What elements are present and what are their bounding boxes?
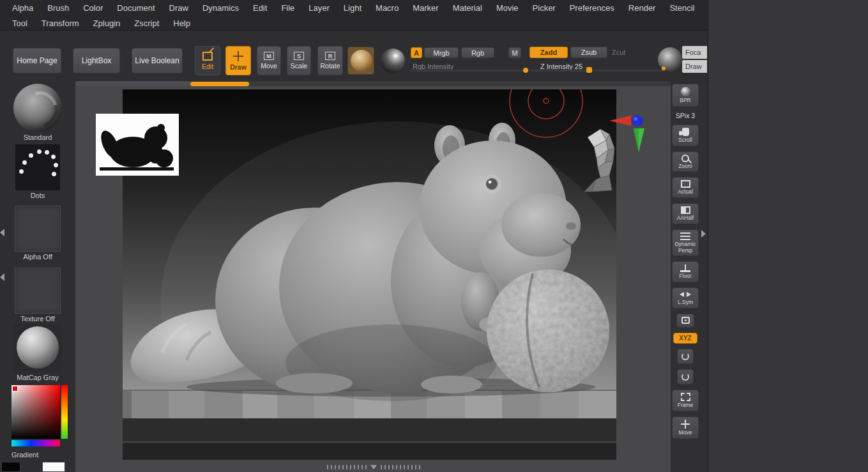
aahalf-button[interactable]: AAHalf xyxy=(672,203,699,224)
draw-size-slider-clipped[interactable]: Draw xyxy=(682,60,707,73)
move-nav-button[interactable]: Move xyxy=(672,416,699,439)
channel-a-button[interactable]: A xyxy=(411,47,422,58)
menu-item[interactable]: Document xyxy=(110,3,162,13)
toolbar-button-label: Move xyxy=(673,430,698,436)
rotate-button[interactable]: R Rotate xyxy=(317,46,343,75)
hue-strip-vertical[interactable] xyxy=(61,385,68,439)
menu-item[interactable]: Material xyxy=(446,3,489,13)
rgb-intensity-slider[interactable] xyxy=(409,70,528,72)
standard-brush-thumb[interactable] xyxy=(13,84,62,132)
m-button[interactable]: M xyxy=(508,47,521,58)
palette-item[interactable]: Dots xyxy=(0,144,75,199)
lightbox-button[interactable]: LightBox xyxy=(73,48,120,73)
texture-off-thumb[interactable] xyxy=(15,268,61,314)
alpha-off-thumb[interactable] xyxy=(15,206,61,252)
menu-item[interactable]: Layer xyxy=(301,3,337,13)
palette-item[interactable]: Alpha Off xyxy=(0,206,75,261)
menu-item[interactable]: Macro xyxy=(369,3,406,13)
scale-button[interactable]: S Scale xyxy=(287,46,311,75)
menu-item[interactable]: Edit xyxy=(246,3,274,13)
zsub-button[interactable]: Zsub xyxy=(570,47,607,58)
zoom-button[interactable]: Zoom xyxy=(672,151,699,172)
axis-gizmo[interactable] xyxy=(608,111,648,153)
dots-stroke-thumb[interactable] xyxy=(15,144,60,190)
home-page-button[interactable]: Home Page xyxy=(13,48,61,73)
focal-shift-slider-clipped[interactable]: Foca xyxy=(682,46,707,59)
menu-item[interactable]: Preferences xyxy=(563,3,621,13)
half-icon xyxy=(681,206,690,214)
draw-button[interactable]: Draw xyxy=(225,46,251,75)
menu-item[interactable]: Draw xyxy=(162,3,195,13)
menu-item[interactable]: Zscript xyxy=(127,19,166,28)
z-intensity-slider[interactable] xyxy=(529,70,665,72)
gradient-label[interactable]: Gradient xyxy=(11,451,38,459)
palette-item[interactable]: Texture Off xyxy=(0,268,75,323)
scroll-down-arrow-icon xyxy=(370,465,377,469)
menu-item[interactable]: Movie xyxy=(489,3,526,13)
floor-button[interactable]: Floor xyxy=(672,261,699,282)
primary-color-swatch[interactable] xyxy=(42,462,65,472)
menu-item[interactable]: Picker xyxy=(526,3,563,13)
live-boolean-button[interactable]: Live Boolean xyxy=(132,48,183,73)
rgb-button[interactable]: Rgb xyxy=(461,47,494,58)
menu-item[interactable]: Stencil xyxy=(662,3,701,13)
menu-item[interactable]: Color xyxy=(76,3,110,13)
document-canvas[interactable] xyxy=(123,89,616,460)
menu-item[interactable]: Dynamics xyxy=(195,3,246,13)
menu-item[interactable]: Marker xyxy=(406,3,445,13)
palette-scroll-left-arrow[interactable] xyxy=(0,273,4,281)
local-symmetry-button[interactable]: L.Sym xyxy=(672,287,699,308)
menu-item[interactable]: Transform xyxy=(34,19,86,28)
secondary-color-swatch[interactable] xyxy=(1,462,20,472)
color-picker[interactable] xyxy=(11,385,68,446)
mrgb-button[interactable]: Mrgb xyxy=(424,47,459,58)
rotate-ccw-button[interactable] xyxy=(677,349,694,364)
palette-item-label: Standard xyxy=(24,133,52,141)
sculpt-viewport xyxy=(123,89,616,460)
toolbar-button-label: Dynamic Persp xyxy=(673,241,698,254)
material-preview-button[interactable] xyxy=(379,47,406,75)
actual-icon xyxy=(681,180,690,188)
hue-strip-horizontal[interactable] xyxy=(11,440,60,446)
shelf-scrollbar-active-segment[interactable] xyxy=(190,82,249,86)
menu-item[interactable]: Help xyxy=(166,19,197,28)
scroll-dashes xyxy=(327,465,367,469)
frame-button[interactable]: Frame xyxy=(672,390,699,411)
z-intensity-handle[interactable] xyxy=(586,67,592,73)
spix-slider[interactable]: SPix 3 xyxy=(672,112,699,119)
edit-button[interactable]: Edit xyxy=(195,46,220,75)
rgb-intensity-handle[interactable] xyxy=(523,68,528,73)
move-icon: M xyxy=(264,52,274,60)
bpr-button[interactable]: BPR xyxy=(672,84,699,107)
menu-item[interactable]: Brush xyxy=(40,3,76,13)
panel-divider-arrow[interactable] xyxy=(701,230,706,238)
texture-preview-button[interactable] xyxy=(347,47,374,75)
menu-item[interactable]: File xyxy=(274,3,301,13)
canvas-bottom-scrollbar[interactable] xyxy=(327,465,420,469)
rotate-cw-button[interactable] xyxy=(677,369,694,384)
menu-item[interactable]: Alpha xyxy=(5,3,40,13)
saturation-value-square[interactable] xyxy=(11,385,60,439)
draw-label: Draw xyxy=(230,63,247,71)
move-button[interactable]: M Move xyxy=(257,46,281,75)
toolbar-button-label: Floor xyxy=(673,273,698,280)
dynamic-persp-button[interactable]: Dynamic Persp xyxy=(672,229,699,257)
xyz-symmetry-button[interactable]: XYZ xyxy=(673,333,697,344)
menu-item[interactable]: Light xyxy=(337,3,369,13)
palette-item[interactable]: MatCap Gray xyxy=(0,324,75,381)
actual-size-button[interactable]: Actual xyxy=(672,177,699,198)
menu-item[interactable]: Tool xyxy=(5,19,34,28)
menu-item[interactable]: Zplugin xyxy=(86,19,128,28)
color-picker-cursor xyxy=(12,386,18,392)
menu-bar: AlphaBrushColorDocumentDrawDynamicsEditF… xyxy=(0,0,708,31)
rotcw-icon xyxy=(681,373,689,381)
zcut-button[interactable]: Zcut xyxy=(612,49,625,56)
zadd-button[interactable]: Zadd xyxy=(529,47,568,58)
palette-item[interactable]: Standard xyxy=(0,84,75,141)
scroll-button[interactable]: Scroll xyxy=(672,125,699,146)
perspective-button[interactable] xyxy=(676,314,694,328)
toolbar-button-label: BPR xyxy=(673,98,698,104)
matcap-gray-thumb[interactable] xyxy=(13,324,62,372)
palette-scroll-left-arrow[interactable] xyxy=(0,229,4,236)
menu-item[interactable]: Render xyxy=(621,3,663,13)
